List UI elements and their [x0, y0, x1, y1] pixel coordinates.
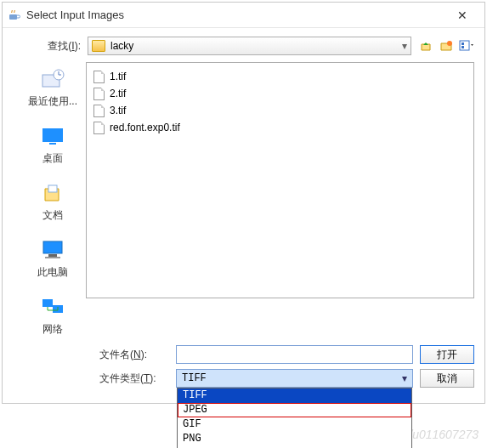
file-dialog: Select Input Images ✕ 查找(I): lacky ▾ 最近使… — [2, 2, 485, 404]
place-desktop[interactable]: 桌面 — [20, 124, 86, 166]
svg-rect-9 — [48, 185, 57, 192]
cancel-button[interactable]: 取消 — [420, 369, 474, 388]
mid-row: 最近使用... 桌面 文档 此电脑 网络 — [20, 62, 474, 337]
svg-rect-0 — [9, 14, 17, 20]
folder-icon — [92, 40, 105, 52]
place-label: 此电脑 — [37, 265, 68, 280]
file-icon — [93, 88, 105, 100]
list-item[interactable]: 1.tif — [93, 68, 467, 85]
documents-icon — [39, 181, 66, 205]
open-button[interactable]: 打开 — [420, 345, 474, 364]
place-thispc[interactable]: 此电脑 — [20, 238, 86, 280]
filetype-dropdown: TIFF JPEG GIF PNG Bitmap All Image Files — [177, 388, 412, 448]
filename-row: 文件名(N): 打开 — [20, 345, 474, 364]
place-label: 最近使用... — [28, 94, 77, 109]
filetype-option-tiff[interactable]: TIFF — [178, 388, 411, 403]
lookin-label: 查找(I): — [20, 39, 81, 54]
list-item[interactable]: 2.tif — [93, 85, 467, 102]
network-icon — [39, 295, 66, 319]
close-button[interactable]: ✕ — [445, 9, 479, 22]
svg-rect-8 — [49, 143, 56, 145]
filetype-row: 文件类型(T): TIFF ▾ TIFF JPEG GIF PNG Bitmap… — [20, 369, 474, 388]
file-name: red.font.exp0.tif — [110, 122, 180, 133]
chevron-down-icon: ▾ — [402, 40, 407, 52]
svg-rect-12 — [45, 257, 60, 258]
lookin-row: 查找(I): lacky ▾ — [20, 37, 474, 55]
svg-rect-4 — [462, 46, 464, 48]
place-network[interactable]: 网络 — [20, 295, 86, 337]
dialog-body: 查找(I): lacky ▾ 最近使用... 桌面 — [3, 28, 484, 403]
file-icon — [93, 71, 105, 83]
dialog-title: Select Input Images — [26, 9, 445, 21]
current-folder: lacky — [110, 40, 133, 52]
place-label: 文档 — [42, 208, 63, 223]
bottom-rows: 文件名(N): 打开 文件类型(T): TIFF ▾ TIFF JPEG GIF… — [20, 345, 474, 388]
list-item[interactable]: 3.tif — [93, 102, 467, 119]
file-icon — [93, 122, 105, 134]
filetype-option-jpeg[interactable]: JPEG — [178, 403, 411, 417]
svg-rect-7 — [42, 128, 63, 142]
svg-rect-10 — [43, 241, 62, 253]
filetype-label: 文件类型(T): — [99, 371, 176, 386]
java-icon — [8, 9, 21, 22]
titlebar: Select Input Images ✕ — [3, 3, 484, 28]
place-label: 网络 — [42, 322, 63, 337]
filetype-option-png[interactable]: PNG — [178, 432, 411, 446]
up-one-level-icon[interactable] — [418, 38, 433, 54]
svg-rect-2 — [460, 41, 469, 50]
svg-rect-3 — [462, 43, 464, 45]
thispc-icon — [39, 238, 66, 262]
svg-rect-11 — [48, 254, 57, 257]
place-recent[interactable]: 最近使用... — [20, 67, 86, 109]
filename-label: 文件名(N): — [99, 348, 176, 362]
places-bar: 最近使用... 桌面 文档 此电脑 网络 — [20, 62, 86, 337]
file-name: 2.tif — [110, 88, 126, 99]
recent-icon — [39, 67, 66, 91]
desktop-icon — [39, 124, 66, 148]
file-icon — [93, 105, 105, 117]
file-name: 1.tif — [110, 71, 126, 82]
filetype-combo[interactable]: TIFF ▾ TIFF JPEG GIF PNG Bitmap All Imag… — [176, 369, 413, 388]
place-documents[interactable]: 文档 — [20, 181, 86, 223]
filetype-selected: TIFF — [182, 372, 207, 384]
svg-point-1 — [447, 41, 452, 46]
file-name: 3.tif — [110, 105, 126, 116]
new-folder-icon[interactable] — [439, 38, 454, 54]
filename-input[interactable] — [176, 345, 413, 364]
file-list[interactable]: 1.tif 2.tif 3.tif red.font.exp0.tif — [86, 62, 474, 298]
toolbar-icons — [418, 38, 474, 54]
svg-rect-13 — [42, 299, 53, 307]
lookin-combo[interactable]: lacky ▾ — [88, 37, 411, 55]
filetype-option-gif[interactable]: GIF — [178, 417, 411, 432]
place-label: 桌面 — [42, 151, 63, 166]
list-item[interactable]: red.font.exp0.tif — [93, 119, 467, 136]
view-menu-icon[interactable] — [459, 38, 474, 54]
chevron-down-icon: ▾ — [402, 372, 407, 384]
